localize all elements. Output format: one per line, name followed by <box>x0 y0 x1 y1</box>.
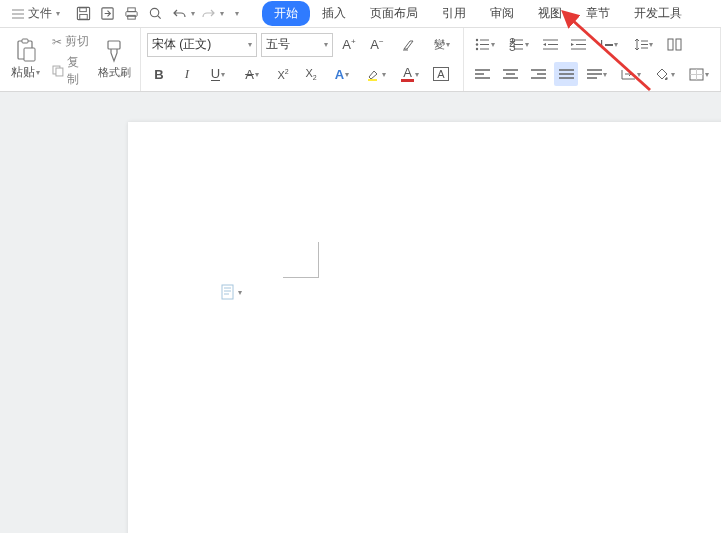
increase-font-button[interactable]: A+ <box>337 33 361 57</box>
character-border-button[interactable]: A <box>429 62 453 86</box>
tab-pagelayout[interactable]: 页面布局 <box>358 1 430 26</box>
paste-label: 粘贴 <box>11 64 35 81</box>
phonetic-guide-button[interactable]: 變▾ <box>427 33 457 57</box>
numbering-button[interactable]: 123▾ <box>504 33 534 57</box>
redo-dropdown[interactable]: ▾ <box>220 9 224 18</box>
line-spacing-button[interactable]: ▾ <box>628 33 658 57</box>
svg-point-16 <box>476 44 478 46</box>
font-size-value: 五号 <box>266 36 290 53</box>
font-size-select[interactable]: 五号▾ <box>261 33 333 57</box>
hamburger-icon <box>12 9 24 19</box>
subscript-button[interactable]: X2 <box>299 62 323 86</box>
paste-button[interactable]: 粘贴▾ <box>6 32 46 87</box>
tab-chapter[interactable]: 章节 <box>574 1 622 26</box>
copy-button[interactable]: 复制 <box>50 53 93 89</box>
text-direction-button[interactable]: Ⅰ▾ <box>594 33 624 57</box>
svg-rect-12 <box>56 68 63 76</box>
chevron-down-icon: ▾ <box>238 288 242 297</box>
bullets-button[interactable]: ▾ <box>470 33 500 57</box>
svg-rect-0 <box>77 7 89 19</box>
svg-rect-9 <box>22 39 28 43</box>
svg-point-17 <box>476 48 478 50</box>
svg-rect-24 <box>222 285 233 299</box>
superscript-button[interactable]: X2 <box>271 62 295 86</box>
svg-rect-13 <box>108 41 120 49</box>
paragraph-options-smarttag[interactable]: ▾ <box>221 284 242 300</box>
copy-label: 复制 <box>67 54 91 88</box>
font-color-button[interactable]: A▾ <box>395 62 425 86</box>
svg-rect-22 <box>676 39 681 50</box>
underline-button[interactable]: U▾ <box>203 62 233 86</box>
increase-indent-button[interactable] <box>566 33 590 57</box>
print-button[interactable] <box>120 3 142 25</box>
shading-button[interactable]: ▾ <box>650 62 680 86</box>
ribbon-tabs: 开始 插入 页面布局 引用 审阅 视图 章节 开发工具 <box>262 1 694 26</box>
tab-review[interactable]: 审阅 <box>478 1 526 26</box>
tab-start[interactable]: 开始 <box>262 1 310 26</box>
italic-button[interactable]: I <box>175 62 199 86</box>
align-justify-button[interactable] <box>554 62 578 86</box>
align-right-button[interactable] <box>526 62 550 86</box>
strikethrough-button[interactable]: A▾ <box>237 62 267 86</box>
clear-format-button[interactable] <box>393 33 423 57</box>
svg-point-15 <box>476 39 478 41</box>
cut-label: 剪切 <box>65 33 89 50</box>
file-menu[interactable]: 文件 ▾ <box>6 3 66 24</box>
document-area[interactable]: ▾ <box>0 92 721 533</box>
svg-rect-10 <box>24 48 35 61</box>
tab-devtools[interactable]: 开发工具 <box>622 1 694 26</box>
chevron-down-icon: ▾ <box>56 9 60 18</box>
text-effects-button[interactable]: A▾ <box>327 62 357 86</box>
undo-dropdown[interactable]: ▾ <box>191 9 195 18</box>
export-button[interactable] <box>96 3 118 25</box>
svg-rect-2 <box>79 14 87 19</box>
more-quick-button[interactable]: ▾ <box>226 3 248 25</box>
document-page[interactable]: ▾ <box>128 122 721 533</box>
file-menu-label: 文件 <box>28 5 52 22</box>
redo-button[interactable] <box>197 3 219 25</box>
svg-rect-4 <box>127 8 135 12</box>
tab-stop-button[interactable]: ▾ <box>616 62 646 86</box>
svg-rect-1 <box>79 8 86 12</box>
font-name-value: 宋体 (正文) <box>152 36 211 53</box>
font-name-select[interactable]: 宋体 (正文)▾ <box>147 33 257 57</box>
svg-point-7 <box>150 8 158 16</box>
format-painter-button[interactable]: 格式刷 <box>94 32 134 87</box>
text-cursor-corner <box>283 242 319 278</box>
format-painter-label: 格式刷 <box>98 65 131 80</box>
undo-button[interactable] <box>168 3 190 25</box>
bold-button[interactable]: B <box>147 62 171 86</box>
decrease-indent-button[interactable] <box>538 33 562 57</box>
align-center-button[interactable] <box>498 62 522 86</box>
save-button[interactable] <box>72 3 94 25</box>
borders-button[interactable]: ▾ <box>684 62 714 86</box>
tab-references[interactable]: 引用 <box>430 1 478 26</box>
scissors-icon: ✂ <box>52 35 62 49</box>
columns-button[interactable] <box>662 33 686 57</box>
align-left-button[interactable] <box>470 62 494 86</box>
svg-rect-21 <box>668 39 673 50</box>
highlight-button[interactable]: ▾ <box>361 62 391 86</box>
tab-view[interactable]: 视图 <box>526 1 574 26</box>
print-preview-button[interactable] <box>144 3 166 25</box>
svg-rect-14 <box>368 79 377 81</box>
tab-insert[interactable]: 插入 <box>310 1 358 26</box>
decrease-font-button[interactable]: A− <box>365 33 389 57</box>
cut-button[interactable]: ✂ 剪切 <box>50 32 93 51</box>
distribute-button[interactable]: ▾ <box>582 62 612 86</box>
